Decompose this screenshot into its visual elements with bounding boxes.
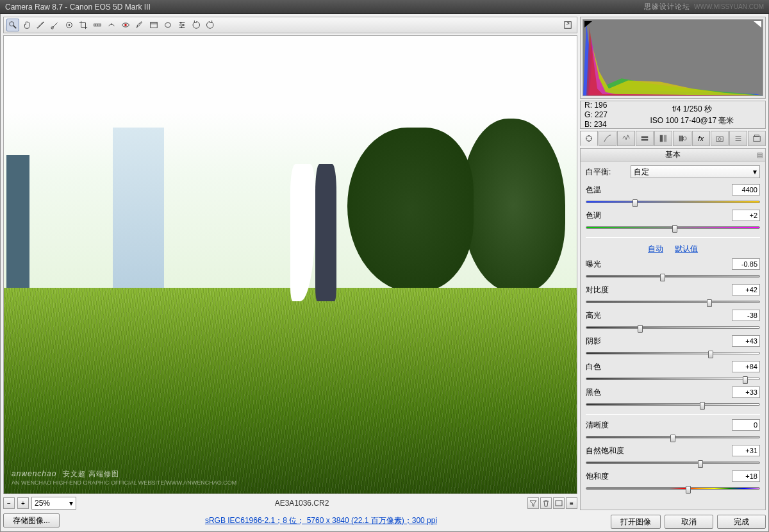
svg-line-1 (13, 26, 16, 28)
tab-camera[interactable] (711, 131, 729, 146)
filter-icon[interactable] (527, 497, 539, 509)
white-balance-icon[interactable] (35, 19, 47, 31)
exif-line1: f/4 1/250 秒 (672, 104, 712, 115)
vibrance-slider[interactable] (586, 461, 760, 464)
settings-menu-icon[interactable]: ≡ (566, 497, 577, 509)
exposure-value[interactable] (732, 258, 760, 270)
color-sampler-icon[interactable] (49, 19, 62, 31)
temperature-slider[interactable] (586, 201, 760, 203)
radial-filter-icon[interactable] (161, 19, 174, 31)
brush-tool-icon[interactable] (133, 19, 146, 31)
tab-detail[interactable] (617, 131, 635, 146)
hand-tool-icon[interactable] (21, 19, 33, 31)
auto-link[interactable]: 自动 (648, 244, 663, 254)
done-button[interactable]: 完成 (717, 515, 766, 529)
svg-point-33 (718, 138, 721, 140)
svg-rect-14 (151, 22, 158, 25)
spot-tool-icon[interactable] (105, 19, 118, 31)
panel-menu-icon[interactable]: ▤ (757, 151, 763, 158)
cancel-button[interactable]: 取消 (665, 515, 713, 529)
wb-dropdown[interactable]: 自定▾ (631, 165, 760, 178)
saturation-slider[interactable] (586, 487, 760, 490)
svg-point-5 (69, 24, 70, 26)
tab-lens[interactable] (673, 131, 691, 146)
svg-point-31 (682, 137, 686, 140)
contrast-slider[interactable] (586, 301, 760, 303)
exposure-slider[interactable] (586, 275, 760, 278)
panel-tabs: fx (580, 131, 766, 146)
vibrance-label: 自然饱和度 (586, 445, 627, 456)
window-title: Camera Raw 8.7 - Canon EOS 5D Mark III (5, 3, 151, 12)
histogram-box (580, 17, 766, 99)
svg-rect-27 (660, 135, 663, 142)
clarity-value[interactable] (732, 419, 760, 431)
grad-filter-icon[interactable] (147, 19, 160, 31)
tint-label: 色调 (586, 210, 627, 221)
shadows-slider[interactable] (586, 352, 760, 354)
wb-label: 白平衡: (586, 167, 627, 178)
image-preview[interactable]: anwenchao 安文超 高端修图 AN WENCHAO HIGH-END G… (3, 35, 577, 494)
svg-point-12 (124, 24, 127, 26)
svg-rect-23 (556, 501, 562, 506)
contrast-label: 对比度 (586, 285, 627, 295)
svg-rect-25 (641, 137, 649, 138)
highlights-value[interactable] (732, 310, 760, 321)
open-dialog-icon[interactable] (553, 497, 565, 509)
svg-point-0 (10, 22, 14, 26)
saturation-value[interactable] (732, 470, 760, 482)
temperature-value[interactable] (732, 184, 760, 195)
targeted-adjust-icon[interactable] (63, 19, 76, 31)
crop-tool-icon[interactable] (77, 19, 90, 31)
prefs-icon[interactable] (176, 19, 188, 31)
svg-rect-26 (641, 139, 649, 141)
basic-panel: 基本 ▤ 白平衡:自定▾色温色调自动默认值曝光对比度高光阴影白色黑色清晰度自然饱… (580, 148, 766, 510)
highlights-label: 高光 (586, 310, 627, 321)
svg-point-15 (165, 23, 171, 28)
whites-slider[interactable] (586, 378, 760, 380)
trash-icon[interactable] (540, 497, 552, 509)
histogram[interactable] (583, 19, 763, 96)
shadows-value[interactable] (732, 335, 760, 347)
panel-title: 基本 ▤ (581, 149, 765, 162)
temperature-label: 色温 (586, 185, 627, 195)
blacks-label: 黑色 (586, 387, 627, 398)
image-watermark: anwenchao 安文超 高端修图 AN WENCHAO HIGH-END G… (12, 466, 236, 486)
highlights-slider[interactable] (586, 326, 760, 329)
svg-point-21 (181, 26, 183, 28)
tab-basic[interactable] (580, 131, 598, 146)
shadows-label: 阴影 (586, 336, 627, 347)
vibrance-value[interactable] (732, 445, 760, 456)
filename-label: AE3A1036.CR2 (79, 499, 525, 508)
tab-snapshots[interactable] (748, 131, 766, 146)
clarity-slider[interactable] (586, 436, 760, 438)
rotate-cw-icon[interactable] (204, 19, 217, 31)
svg-point-20 (182, 24, 184, 26)
tint-slider[interactable] (586, 226, 760, 229)
workflow-link[interactable]: sRGB IEC61966-2.1；8 位； 5760 x 3840 (22.1… (205, 516, 437, 525)
site-watermark: 思缘设计论坛 (644, 2, 690, 12)
straighten-tool-icon[interactable] (91, 19, 104, 31)
site-url: WWW.MISSYUAN.COM (694, 3, 764, 10)
tab-fx[interactable]: fx (692, 131, 710, 146)
whites-value[interactable] (732, 361, 760, 372)
rotate-ccw-icon[interactable] (190, 19, 203, 31)
whites-label: 白色 (586, 362, 627, 372)
save-image-button[interactable]: 存储图像... (3, 513, 60, 528)
blacks-slider[interactable] (586, 403, 760, 406)
zoom-level-select[interactable]: 25%▾ (31, 497, 76, 510)
default-link[interactable]: 默认值 (675, 244, 698, 254)
tab-presets[interactable] (729, 131, 747, 146)
contrast-value[interactable] (732, 284, 760, 295)
redeye-tool-icon[interactable] (119, 19, 132, 31)
zoom-tool-icon[interactable] (6, 19, 19, 31)
tab-hsl[interactable] (636, 131, 654, 146)
tab-split[interactable] (654, 131, 672, 146)
tint-value[interactable] (732, 210, 760, 221)
zoom-in-button[interactable]: + (17, 497, 29, 509)
tab-curve[interactable] (599, 131, 616, 146)
fullscreen-icon[interactable] (561, 19, 574, 31)
zoom-out-button[interactable]: − (3, 497, 15, 509)
open-image-button[interactable]: 打开图像 (611, 515, 661, 529)
blacks-value[interactable] (732, 387, 760, 398)
saturation-label: 饱和度 (586, 471, 627, 482)
